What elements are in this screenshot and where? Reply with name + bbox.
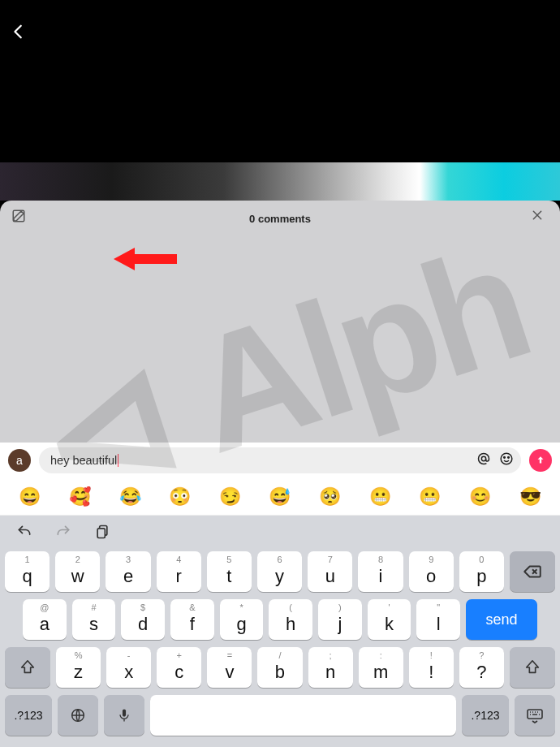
emoji-option-8[interactable]: 😬 xyxy=(419,486,441,507)
key-e[interactable]: 3e xyxy=(106,551,150,592)
key-hide-keyboard[interactable] xyxy=(515,695,555,736)
comments-empty-area xyxy=(0,236,560,443)
key-v[interactable]: =v xyxy=(207,647,252,688)
emoji-icon[interactable] xyxy=(498,451,515,470)
svg-point-5 xyxy=(504,457,506,459)
emoji-option-2[interactable]: 😂 xyxy=(119,486,141,507)
key-send[interactable]: send xyxy=(466,599,537,640)
key-l[interactable]: "l xyxy=(416,599,460,640)
key-mode-right[interactable]: .?123 xyxy=(462,695,509,736)
key-j[interactable]: )j xyxy=(318,599,362,640)
compose-icon[interactable] xyxy=(11,209,29,227)
key-s[interactable]: #s xyxy=(72,599,116,640)
key-t[interactable]: 5t xyxy=(207,551,252,592)
keyboard-toolbar xyxy=(0,516,560,548)
key-m[interactable]: :m xyxy=(359,647,403,688)
key-space[interactable] xyxy=(150,695,456,736)
key-shift-right[interactable] xyxy=(510,647,555,688)
key-q[interactable]: 1q xyxy=(5,551,50,592)
clipboard-icon[interactable] xyxy=(93,522,112,542)
key-w[interactable]: 2w xyxy=(55,551,100,592)
key-b[interactable]: /b xyxy=(257,647,302,688)
emoji-option-0[interactable]: 😄 xyxy=(19,486,41,507)
send-button[interactable] xyxy=(529,449,552,472)
key-z[interactable]: %z xyxy=(56,647,101,688)
svg-rect-12 xyxy=(123,710,126,717)
video-background xyxy=(0,162,560,201)
emoji-option-7[interactable]: 😬 xyxy=(369,486,391,507)
avatar[interactable]: a xyxy=(8,449,31,472)
sheet-header: 0 comments xyxy=(0,201,560,236)
emoji-option-10[interactable]: 😎 xyxy=(519,486,541,507)
keyboard: 1q2w3e4r5t6y7u8i9o0p @a#s$d&f*g(h)j'k"l … xyxy=(0,516,560,747)
emoji-option-5[interactable]: 😅 xyxy=(269,486,291,507)
key-c[interactable]: +c xyxy=(157,647,201,688)
emoji-suggestion-row: 😄🥰😂😳😏😅🥺😬😬😊😎 xyxy=(0,478,560,516)
key-![interactable]: !! xyxy=(409,647,454,688)
key-g[interactable]: *g xyxy=(220,599,264,640)
key-p[interactable]: 0p xyxy=(459,551,504,592)
emoji-option-4[interactable]: 😏 xyxy=(219,486,241,507)
key-shift-left[interactable] xyxy=(5,647,50,688)
emoji-option-3[interactable]: 😳 xyxy=(169,486,191,507)
text-cursor xyxy=(118,454,118,467)
comment-text: hey beautiful xyxy=(50,454,117,467)
key-i[interactable]: 8i xyxy=(358,551,403,592)
comments-sheet: 0 comments a hey beautiful xyxy=(0,201,560,747)
mention-icon[interactable] xyxy=(476,451,492,470)
key-a[interactable]: @a xyxy=(23,599,67,640)
comment-input-row: a hey beautiful xyxy=(0,443,560,478)
emoji-option-1[interactable]: 🥰 xyxy=(69,486,91,507)
key-mode-left[interactable]: .?123 xyxy=(5,695,52,736)
close-button[interactable] xyxy=(531,209,549,227)
back-button[interactable] xyxy=(10,23,32,45)
undo-icon[interactable] xyxy=(15,522,34,542)
key-d[interactable]: $d xyxy=(121,599,165,640)
key-y[interactable]: 6y xyxy=(257,551,302,592)
redo-icon[interactable] xyxy=(54,522,73,542)
svg-point-3 xyxy=(481,456,485,460)
comments-count: 0 comments xyxy=(249,213,311,225)
key-backspace[interactable] xyxy=(510,551,555,592)
key-f[interactable]: &f xyxy=(170,599,214,640)
svg-rect-8 xyxy=(97,529,105,538)
svg-point-4 xyxy=(501,453,512,464)
key-mic[interactable] xyxy=(104,695,144,736)
key-o[interactable]: 9o xyxy=(409,551,454,592)
key-?[interactable]: ?? xyxy=(459,647,504,688)
key-k[interactable]: 'k xyxy=(368,599,411,640)
svg-point-6 xyxy=(508,457,510,459)
emoji-option-6[interactable]: 🥺 xyxy=(319,486,341,507)
comment-field[interactable]: hey beautiful xyxy=(39,447,521,473)
key-n[interactable]: ;n xyxy=(308,647,353,688)
key-r[interactable]: 4r xyxy=(157,551,201,592)
key-u[interactable]: 7u xyxy=(308,551,352,592)
key-globe[interactable] xyxy=(58,695,98,736)
key-x[interactable]: -x xyxy=(106,647,151,688)
emoji-option-9[interactable]: 😊 xyxy=(469,486,491,507)
key-h[interactable]: (h xyxy=(269,599,312,640)
